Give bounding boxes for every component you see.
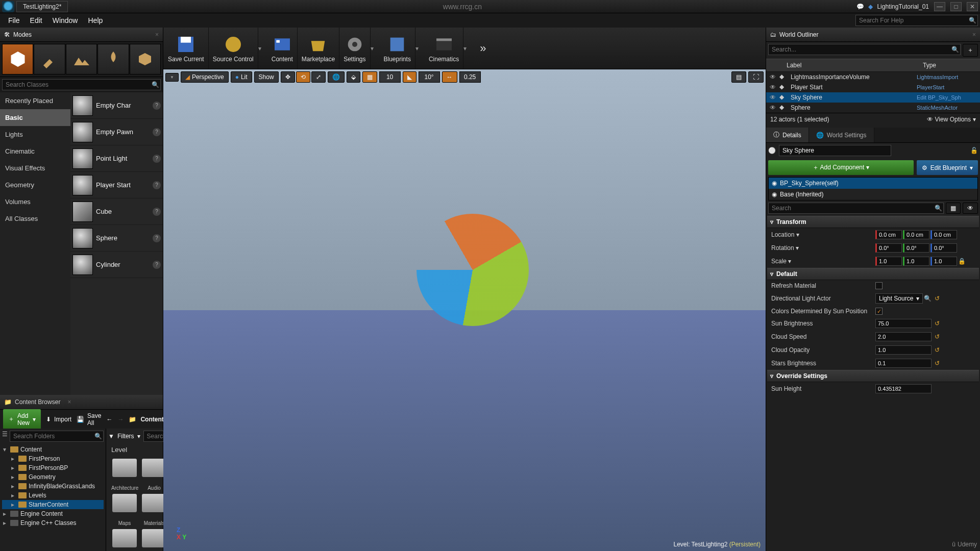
expand-icon[interactable]: ▸ [3,519,8,527]
folder-item[interactable]: Architecture [111,459,138,491]
content-button[interactable]: Content [267,28,298,69]
maximize-viewport[interactable]: ⛶ [748,71,764,83]
world-outliner-tab[interactable]: 🗂 World Outliner × [766,28,980,42]
rot-x[interactable]: 0.0° [875,243,902,253]
tree-item[interactable]: ▸StarterContent [2,500,104,509]
actor-name-input[interactable] [779,145,891,156]
help-icon[interactable]: ? [153,261,161,269]
expand-icon[interactable]: ▸ [11,455,16,462]
folder-item[interactable]: Shapes [111,529,138,551]
actor-item[interactable]: Empty Pawn? [70,119,163,145]
category-item[interactable]: Cinematic [0,143,70,160]
mode-paint[interactable] [34,44,65,74]
details-search[interactable]: 🔍 [768,203,944,214]
loc-z[interactable]: 0.0 cm [930,230,957,239]
save-all-button[interactable]: 💾 Save All [77,412,101,427]
close-button[interactable]: ✕ [967,2,978,11]
add-component-button[interactable]: ＋ Add Component ▾ [768,160,914,175]
minimize-button[interactable]: — [934,2,945,11]
help-icon[interactable]: ? [153,208,161,216]
scl-z[interactable]: 1.0 [930,257,957,266]
add-new-button[interactable]: ＋ Add New ▾ [3,409,41,430]
details-tab[interactable]: ⓘDetails [766,128,809,142]
colors-sun-checkbox[interactable] [875,308,883,315]
dir-light-combo[interactable]: Light Source▾ [875,293,923,304]
crumb-content[interactable]: Content [140,416,163,423]
settings-button[interactable]: Settings [339,28,370,69]
outliner-row[interactable]: 👁◆Sky SphereEdit BP_Sky_Sph [766,92,980,103]
tree-item[interactable]: ▸Engine C++ Classes [2,518,104,528]
modes-search[interactable]: 🔍 [2,79,161,90]
component-row[interactable]: ◉Base (Inherited) [769,189,977,200]
expand-icon[interactable]: ▸ [11,501,16,508]
expand-icon[interactable]: ▸ [11,492,16,499]
rot-z[interactable]: 0.0° [930,243,957,253]
cat-default[interactable]: ▿Default [767,268,979,280]
chevron-down-icon[interactable]: ▾ [463,45,473,52]
outliner-row[interactable]: 👁◆SphereStaticMeshActor [766,103,980,113]
chevron-down-icon[interactable]: ▾ [371,45,380,52]
chat-icon[interactable]: 💬 [856,3,864,10]
eye-icon[interactable]: 👁 [768,73,777,81]
chevron-down-icon[interactable]: ▾ [415,45,425,52]
category-item[interactable]: Visual Effects [0,160,70,177]
help-icon[interactable]: ? [153,234,161,242]
gizmo-translate[interactable]: ✥ [281,71,295,83]
scale-snap-value[interactable]: 0.25 [459,71,481,83]
import-button[interactable]: ⬇ Import [46,416,71,423]
details-search-input[interactable] [769,205,933,212]
tree-toggle-icon[interactable]: ☰ [2,431,8,442]
cat-override[interactable]: ▿Override Settings [767,370,979,382]
cat-transform[interactable]: ▿Transform [767,216,979,228]
lock-scale-icon[interactable]: 🔒 [958,258,966,265]
add-actor-button[interactable]: ＋ [963,44,978,57]
vp-show[interactable]: Show [254,71,279,83]
stars-brightness-input[interactable]: 0.1 [875,359,932,368]
close-icon[interactable]: × [972,31,976,38]
filters-button[interactable]: ▼ Filters ▾ [108,433,140,440]
camera-speed[interactable]: ▤ [731,71,746,83]
menu-file[interactable]: File [3,14,25,27]
tree-item[interactable]: ▸Geometry [2,472,104,482]
property-matrix-button[interactable]: ▦ [946,203,961,214]
outliner-row[interactable]: 👁◆Player StartPlayerStart [766,82,980,92]
help-icon[interactable]: ? [153,128,161,136]
coord-space[interactable]: 🌐 [328,71,345,83]
category-item[interactable]: Recently Placed [0,92,70,109]
view-options-button[interactable]: 👁 View Options▾ [927,116,976,123]
vp-perspective[interactable]: ◢Perspective [181,71,229,83]
help-icon[interactable]: ? [153,102,161,110]
close-icon[interactable]: × [67,398,71,406]
lock-icon[interactable]: 🔓 [970,147,978,154]
outliner-search-input[interactable] [769,46,950,53]
tree-item[interactable]: ▾Content [2,445,104,454]
close-icon[interactable]: × [155,31,159,38]
outliner-row[interactable]: 👁◆LightmassImportanceVolumeLightmassImpo… [766,72,980,82]
browse-icon[interactable]: 🔍 [924,295,932,302]
actor-item[interactable]: Empty Char? [70,92,163,119]
actor-item[interactable]: Player Start? [70,172,163,198]
tree-search[interactable]: 🔍 [10,431,104,442]
mode-geometry[interactable] [130,44,161,74]
sun-brightness-input[interactable]: 75.0 [875,319,932,328]
expand-icon[interactable]: ▾ [3,446,8,453]
gizmo-scale[interactable]: ⤢ [311,71,326,83]
grid-snap-value[interactable]: 10 [379,71,401,83]
actor-item[interactable]: Cube? [70,198,163,225]
reset-icon[interactable]: ↺ [935,320,940,327]
actor-item[interactable]: Sphere? [70,225,163,252]
col-type[interactable]: Type [919,59,980,71]
tree-item[interactable]: ▸FirstPersonBP [2,463,104,472]
expand-icon[interactable]: ▸ [11,483,16,490]
help-search-input[interactable] [856,17,967,24]
mode-landscape[interactable] [66,44,97,74]
reset-icon[interactable]: ↺ [935,360,940,367]
chevron-down-icon[interactable]: ▾ [258,45,267,52]
loc-y[interactable]: 0.0 cm [903,230,929,239]
folder-item[interactable]: Maps [111,494,138,526]
menu-edit[interactable]: Edit [25,14,47,27]
source-icon[interactable]: ◆ [868,3,873,10]
eye-icon[interactable]: 👁 [768,104,777,111]
tree-item[interactable]: ▸FirstPerson [2,454,104,463]
world-settings-tab[interactable]: 🌐World Settings [809,128,874,142]
